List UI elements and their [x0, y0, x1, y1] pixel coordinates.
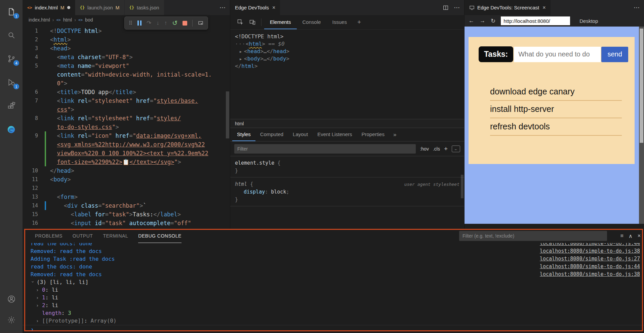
tab-issues[interactable]: Issues [327, 15, 353, 29]
console-row[interactable]: ›[[Prototype]]: Array(0) [23, 317, 644, 325]
breadcrumb-file[interactable]: index.html [29, 17, 50, 23]
tab-computed[interactable]: Computed [255, 128, 288, 141]
step-into-icon[interactable]: ↓ [156, 20, 159, 27]
code-line[interactable]: 10</head> [23, 166, 230, 175]
dom-node[interactable]: ▶<head>…</head> [235, 48, 464, 55]
code-line[interactable]: font-size=%2290%22>📋</text></svg>"> [23, 158, 230, 166]
page-scrollbar[interactable] [639, 27, 644, 224]
more-tabs-icon[interactable]: » [389, 128, 400, 141]
class-toggle-button[interactable]: .cls [433, 146, 440, 152]
send-button[interactable]: send [601, 47, 628, 62]
more-actions-icon[interactable]: ··· [634, 5, 640, 10]
expand-icon[interactable]: › [36, 294, 42, 302]
tab-elements[interactable]: Elements [264, 15, 297, 29]
tab-tasks-json[interactable]: {} tasks.json [125, 0, 164, 15]
step-out-icon[interactable]: ↑ [164, 20, 167, 27]
dom-node[interactable]: ▶<body>…</body> [235, 55, 464, 63]
code-line[interactable]: content="width=device-width, initial-sca… [23, 70, 230, 79]
source-link[interactable]: localhost:8080/simple-to-do.js:38 [540, 270, 640, 278]
device-emulation-icon[interactable] [246, 15, 258, 29]
console-row[interactable]: ›2: li [23, 301, 644, 309]
tab-problems[interactable]: PROBLEMS [35, 229, 63, 243]
code-line[interactable]: viewBox=%220 0 100 100%22><text y=%22.9e… [23, 149, 230, 158]
style-rule-html[interactable]: html { user agent stylesheet display: bl… [230, 177, 464, 206]
accounts-button[interactable] [0, 289, 23, 309]
filter-lines-icon[interactable]: ≡ [620, 233, 623, 239]
scrollbar-thumb[interactable] [640, 29, 643, 143]
tab-edge-devtools[interactable]: Edge DevTools × [230, 0, 280, 15]
dom-node[interactable]: ···<html> == $0 [235, 40, 464, 48]
activity-run-debug[interactable]: 1 [0, 71, 23, 94]
more-actions-icon[interactable]: ··· [454, 5, 460, 10]
editor-scrollbar[interactable] [226, 91, 229, 138]
breadcrumb-symbol[interactable]: html [63, 17, 72, 23]
todo-item[interactable]: refresh devtools [490, 118, 622, 136]
console-row[interactable]: ›1: li [23, 294, 644, 301]
refresh-icon[interactable]: ↻ [491, 17, 495, 25]
hover-state-button[interactable]: :hov [420, 146, 429, 152]
todo-item[interactable]: download edge canary [490, 83, 622, 101]
console-row[interactable]: ›(3) [li, li, li] [23, 278, 644, 286]
code-line[interactable]: 8 <link rel="stylesheet" href="styles/ [23, 114, 230, 123]
screencast-viewport[interactable]: Tasks: send download edge canary install… [465, 27, 644, 224]
expand-icon[interactable]: › [36, 286, 42, 294]
split-editor-icon[interactable] [443, 5, 449, 11]
tab-terminal[interactable]: TERMINAL [103, 229, 128, 243]
tab-output[interactable]: OUTPUT [73, 229, 93, 243]
code-line[interactable]: css"> [23, 105, 230, 114]
source-link[interactable]: localhost:8080/simple-to-do.js:44 [540, 243, 640, 247]
back-icon[interactable]: ← [469, 17, 474, 24]
tab-screencast[interactable]: Edge DevTools: Screencast × [465, 0, 551, 15]
code-line[interactable]: 15 <label for="task">Tasks:</label> [23, 210, 230, 219]
code-line[interactable]: 12 [23, 184, 230, 193]
source-link[interactable]: localhost:8080/simple-to-do.js:44 [540, 263, 640, 270]
code-line[interactable]: 6 <title>TODO app</title> [23, 88, 230, 96]
console-row[interactable]: ›length: 3 [23, 309, 644, 317]
pause-icon[interactable] [137, 20, 142, 26]
activity-extensions[interactable] [0, 94, 23, 118]
tab-layout[interactable]: Layout [288, 128, 313, 141]
console-row[interactable]: Adding Task :read the docslocalhost:8080… [23, 255, 644, 263]
more-actions-icon[interactable]: ··· [220, 5, 226, 10]
close-icon[interactable]: × [272, 5, 275, 11]
code-line[interactable]: 5 <meta name="viewport" [23, 61, 230, 70]
todo-input[interactable] [514, 47, 601, 62]
code-line[interactable]: 14 <div class="searchbar">` [23, 201, 230, 210]
activity-edge-devtools[interactable] [0, 118, 23, 141]
settings-button[interactable] [0, 309, 23, 330]
tab-debug-console[interactable]: DEBUG CONSOLE [138, 229, 182, 243]
code-line[interactable]: 16 <input id="task" autocomplete="off" [23, 219, 230, 227]
activity-source-control[interactable]: 4 [0, 47, 23, 71]
code-line[interactable]: 3<head> [23, 44, 230, 53]
forward-icon[interactable]: → [480, 17, 485, 24]
code-line[interactable]: 7 <link rel="stylesheet" href="styles/ba… [23, 96, 230, 105]
dom-node[interactable]: </html> [235, 63, 464, 70]
restart-icon[interactable]: ↺ [172, 19, 177, 27]
new-style-rule-icon[interactable]: + [444, 145, 448, 153]
dom-breadcrumb[interactable]: html [230, 119, 464, 128]
console-row[interactable]: read the docs: donelocalhost:8080/simple… [23, 263, 644, 270]
close-icon[interactable]: × [542, 5, 546, 11]
drag-grip-icon[interactable]: ⠿ [129, 20, 132, 26]
style-rule-element[interactable]: element.style { } [230, 156, 464, 177]
console-row[interactable]: ›0: li [23, 286, 644, 294]
expand-icon[interactable]: › [36, 302, 42, 309]
code-line[interactable]: to-do-styles.css"> [23, 123, 230, 131]
tab-console[interactable]: Console [297, 15, 327, 29]
new-tab-icon[interactable]: + [353, 15, 366, 29]
code-line[interactable]: 2<html> [23, 35, 230, 44]
breadcrumb-symbol[interactable]: bod [85, 17, 93, 23]
todo-item[interactable]: install http-server [490, 101, 622, 118]
tab-event-listeners[interactable]: Event Listeners [313, 128, 357, 141]
device-mode-label[interactable]: Desktop [579, 18, 598, 24]
tab-properties[interactable]: Properties [357, 128, 389, 141]
unsaved-dot-icon[interactable] [67, 6, 70, 9]
console-row[interactable]: Removed: read the docslocalhost:8080/sim… [23, 247, 644, 255]
code-line[interactable]: 9 <link rel="icon" href="data:image/svg+… [23, 131, 230, 140]
tab-launch-json[interactable]: {} launch.json M [75, 0, 125, 15]
code-line[interactable]: 11<body> [23, 175, 230, 184]
console-output[interactable]: read the docs: donelocalhost:8080/simple… [23, 243, 644, 325]
stop-icon[interactable] [183, 21, 187, 26]
styles-filter-input[interactable] [234, 144, 416, 154]
dom-tree[interactable]: <!DOCTYPE html>···<html> == $0▶<head>…</… [230, 30, 464, 119]
